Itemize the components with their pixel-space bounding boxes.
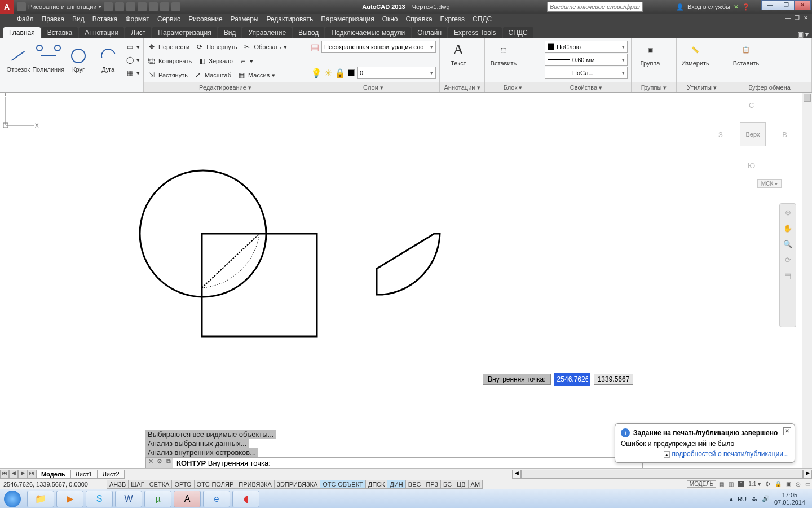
clean-icon[interactable]: ▭ <box>804 481 812 487</box>
toggle-3dпривязка[interactable]: 3DПРИВЯЗКА <box>274 480 321 489</box>
new-icon[interactable] <box>104 2 113 11</box>
plot-icon[interactable] <box>149 2 158 11</box>
menu-item[interactable]: Правка <box>42 15 65 23</box>
fillet-button[interactable]: ⌐▾ <box>239 55 253 67</box>
tab-insert[interactable]: Вставка <box>42 27 78 38</box>
rect-button[interactable]: ▭▾ <box>125 41 140 53</box>
hscroll-track[interactable] <box>521 470 803 479</box>
toggle-дин[interactable]: ДИН <box>387 480 405 489</box>
layer-state-dropdown[interactable]: Несохраненная конфигурация сло <box>321 41 436 53</box>
layer-dropdown[interactable]: 0 <box>357 67 436 79</box>
clock[interactable]: 17:05 07.01.2014 <box>774 492 805 506</box>
signin-label[interactable]: Вход в службы <box>687 3 730 10</box>
lang-indicator[interactable]: RU <box>738 496 747 502</box>
viewcube-n[interactable]: С <box>749 101 754 110</box>
first-layout-icon[interactable]: ⏮ <box>0 470 9 479</box>
panel-caption[interactable]: Редактирование ▾ <box>144 82 307 92</box>
menu-item[interactable]: Формат <box>125 15 149 23</box>
task-media[interactable]: ▶ <box>56 491 83 507</box>
color-dropdown[interactable]: ПоСлою <box>545 41 628 53</box>
ucs-dropdown[interactable]: МСК ▾ <box>757 179 782 188</box>
toggle-отс-объект[interactable]: ОТС-ОБЪЕКТ <box>320 480 365 489</box>
doc-max-icon[interactable]: ❐ <box>793 15 801 23</box>
array-button[interactable]: ▦Массив ▾ <box>237 69 275 81</box>
grid-icon[interactable]: ▦ <box>717 481 726 487</box>
panel-caption[interactable]: Группы ▾ <box>632 82 676 92</box>
panel-caption[interactable]: Утилиты ▾ <box>677 82 727 92</box>
menu-item[interactable]: Параметризация <box>321 15 374 23</box>
workspace-label[interactable]: Рисование и аннотации <box>28 3 96 10</box>
toggle-отс-поляр[interactable]: ОТС-ПОЛЯР <box>194 480 237 489</box>
bulb-icon[interactable]: 💡 <box>311 68 322 78</box>
close-cmd-icon[interactable]: ✕ <box>146 458 155 468</box>
isolate-icon[interactable]: ◎ <box>794 481 802 487</box>
app-logo-icon[interactable]: A <box>0 0 14 14</box>
tab-home[interactable]: Главная <box>3 27 41 38</box>
fullnav-icon[interactable]: ⊕ <box>782 208 793 220</box>
start-button[interactable] <box>0 489 25 509</box>
rotate-button[interactable]: ⟳Повернуть <box>195 41 237 53</box>
tab-view[interactable]: Вид <box>218 27 242 38</box>
dyn-x-input[interactable] <box>554 373 590 386</box>
circle-button[interactable]: Круг <box>64 47 94 73</box>
balloon-link[interactable]: подробностей о печати/публикации... <box>672 450 789 458</box>
scale-button[interactable]: ⤢Масштаб <box>193 69 231 81</box>
polyline-button[interactable]: Полилиния <box>33 47 64 73</box>
viewcube-e[interactable]: В <box>782 130 787 139</box>
tray-vol-icon[interactable]: 🔊 <box>762 495 770 502</box>
panel-caption[interactable]: Блок ▾ <box>485 82 541 92</box>
paste-button[interactable]: 📋Вставить <box>731 41 761 67</box>
help-icon[interactable]: ❓ <box>742 3 750 11</box>
menu-item[interactable]: Вид <box>72 15 85 23</box>
tab-parametric[interactable]: Параметризация <box>152 27 217 38</box>
hatch-button[interactable]: ▦▾ <box>125 67 140 79</box>
panel-caption[interactable]: Аннотации ▾ <box>440 82 484 92</box>
tab-layout[interactable]: Лист <box>125 27 151 38</box>
toggle-am[interactable]: AM <box>468 480 483 489</box>
command-line[interactable]: ✕⚙⧉ КОНТУР Внутренняя точка: <box>145 457 643 468</box>
arc-button[interactable]: Дуга <box>93 47 123 73</box>
grid-icon[interactable]: ▥ <box>727 481 735 487</box>
annoscale-icon[interactable]: 🅰 <box>736 481 745 487</box>
insert-block-button[interactable]: ⬚Вставить <box>488 41 519 67</box>
tab-output[interactable]: Вывод <box>293 27 324 38</box>
open-icon[interactable] <box>115 2 124 11</box>
stretch-button[interactable]: ⇲Растянуть <box>147 69 188 81</box>
toggle-цв[interactable]: ЦВ <box>454 480 468 489</box>
copy-button[interactable]: ⿻Копировать <box>147 55 192 67</box>
ws-icon[interactable]: ⚙ <box>764 481 772 487</box>
close-button[interactable]: ✕ <box>794 0 811 10</box>
toggle-вес[interactable]: ВЕС <box>405 480 424 489</box>
layout-tab-model[interactable]: Модель <box>36 470 70 479</box>
menu-item[interactable]: Файл <box>17 15 34 23</box>
toggle-бс[interactable]: БС <box>440 480 454 489</box>
menu-item[interactable]: Вставка <box>92 15 118 23</box>
toggle-привязка[interactable]: ПРИВЯЗКА <box>236 480 274 489</box>
redo-icon[interactable] <box>171 2 180 11</box>
tab-spds[interactable]: СПДС <box>503 27 533 38</box>
pan-icon[interactable]: ✋ <box>782 224 793 235</box>
layer-color-swatch[interactable] <box>348 69 355 76</box>
tray-up-icon[interactable]: ▴ <box>730 495 733 502</box>
toggle-сетка[interactable]: СЕТКА <box>147 480 173 489</box>
menu-item[interactable]: Размеры <box>231 15 259 23</box>
toggle-шаг[interactable]: ШАГ <box>128 480 147 489</box>
undo-icon[interactable] <box>160 2 169 11</box>
linetype-dropdown[interactable]: ПоСл... <box>545 67 628 79</box>
next-layout-icon[interactable]: ▶ <box>18 470 27 479</box>
layout-tab[interactable]: Лист1 <box>70 470 98 479</box>
vertical-scrollbar[interactable] <box>802 93 812 468</box>
menu-item[interactable]: Сервис <box>157 15 180 23</box>
tab-express[interactable]: Express Tools <box>448 27 501 38</box>
mirror-button[interactable]: ◧Зеркало <box>197 55 233 67</box>
saveas-icon[interactable] <box>138 2 147 11</box>
layerprops-icon[interactable]: ▤ <box>311 42 319 52</box>
crop-icon[interactable]: ⧉ <box>164 458 173 468</box>
scale-dropdown[interactable]: 1:1 ▾ <box>747 481 762 487</box>
task-explorer[interactable]: 📁 <box>27 491 54 507</box>
lock-ui-icon[interactable]: 🔒 <box>773 481 783 487</box>
tab-addins[interactable]: Подключаемые модули <box>325 27 411 38</box>
balloon-close-button[interactable]: ✕ <box>783 427 791 435</box>
last-layout-icon[interactable]: ⏭ <box>27 470 36 479</box>
tab-annotate[interactable]: Аннотации <box>79 27 124 38</box>
